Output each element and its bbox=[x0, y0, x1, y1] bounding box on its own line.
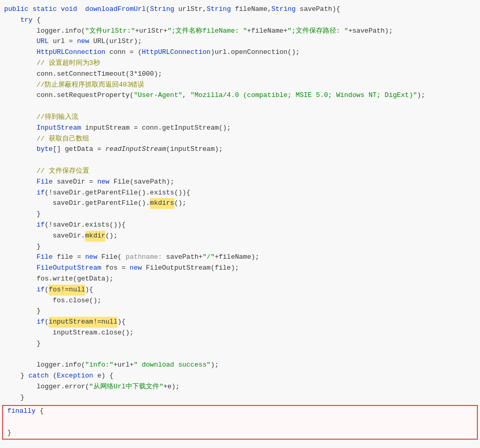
code-line-28: fos.close(); bbox=[0, 296, 480, 306]
finally-line-end: } bbox=[3, 428, 477, 439]
code-line-13: // 获取自己数组 bbox=[0, 134, 480, 145]
code-line-24: File file = new File( pathname: savePath… bbox=[0, 252, 480, 263]
code-line-26: fos.write(getData); bbox=[0, 274, 480, 285]
code-line-36: logger.error("从网络Url中下载文件"+e); bbox=[0, 382, 480, 393]
code-line-30: if(inputStream!=null){ bbox=[0, 317, 480, 328]
code-line-1: public static void downloadFromUrl(Strin… bbox=[0, 4, 480, 15]
code-line-27: if(fos!=null){ bbox=[0, 285, 480, 296]
code-line-29: } bbox=[0, 306, 480, 317]
code-editor: public static void downloadFromUrl(Strin… bbox=[0, 0, 480, 448]
code-line-3: logger.info("文件urlStr:"+urlStr+";文件名称fil… bbox=[0, 26, 480, 37]
code-line-18: if(!saveDir.getParentFile().exists()){ bbox=[0, 188, 480, 199]
code-line-12: InputStream inputStream = conn.getInputS… bbox=[0, 123, 480, 134]
code-line-19: saveDir.getParentFile().mkdirs(); bbox=[0, 198, 480, 209]
code-line-23: } bbox=[0, 242, 480, 253]
code-line-4: URL url = new URL(urlStr); bbox=[0, 36, 480, 47]
code-line-8: //防止屏蔽程序抓取而返回403错误 bbox=[0, 80, 480, 91]
code-line-11: //得到输入流 bbox=[0, 112, 480, 123]
code-line-10 bbox=[0, 101, 480, 112]
code-line-31: inputStream.close(); bbox=[0, 328, 480, 339]
finally-line-body bbox=[3, 417, 477, 428]
code-line-7: conn.setConnectTimeout(3*1000); bbox=[0, 69, 480, 80]
code-line-6: // 设置超时间为3秒 bbox=[0, 58, 480, 69]
code-line-5: HttpURLConnection conn = (HttpURLConnect… bbox=[0, 47, 480, 58]
code-line-14: byte[] getData = readInputStream(inputSt… bbox=[0, 144, 480, 155]
code-line-22: saveDir.mkdir(); bbox=[0, 231, 480, 242]
code-line-33 bbox=[0, 349, 480, 360]
code-line-2: try { bbox=[0, 15, 480, 26]
keyword-public: public bbox=[4, 4, 29, 15]
code-line-20: } bbox=[0, 209, 480, 220]
code-line-15 bbox=[0, 155, 480, 166]
code-line-37: } bbox=[0, 393, 480, 403]
code-line-32: } bbox=[0, 339, 480, 349]
code-line-35: } catch (Exception e) { bbox=[0, 371, 480, 382]
code-line-16: // 文件保存位置 bbox=[0, 166, 480, 177]
code-line-9: conn.setRequestProperty("User-Agent", "M… bbox=[0, 90, 480, 101]
finally-block: finally { } bbox=[2, 405, 478, 439]
code-line-21: if(!saveDir.exists()){ bbox=[0, 220, 480, 231]
code-line-34: logger.info("info:"+url+" download succe… bbox=[0, 360, 480, 371]
finally-line-start: finally { bbox=[3, 406, 477, 417]
code-line-17: File saveDir = new File(savePath); bbox=[0, 177, 480, 188]
code-line-25: FileOutputStream fos = new FileOutputStr… bbox=[0, 263, 480, 274]
